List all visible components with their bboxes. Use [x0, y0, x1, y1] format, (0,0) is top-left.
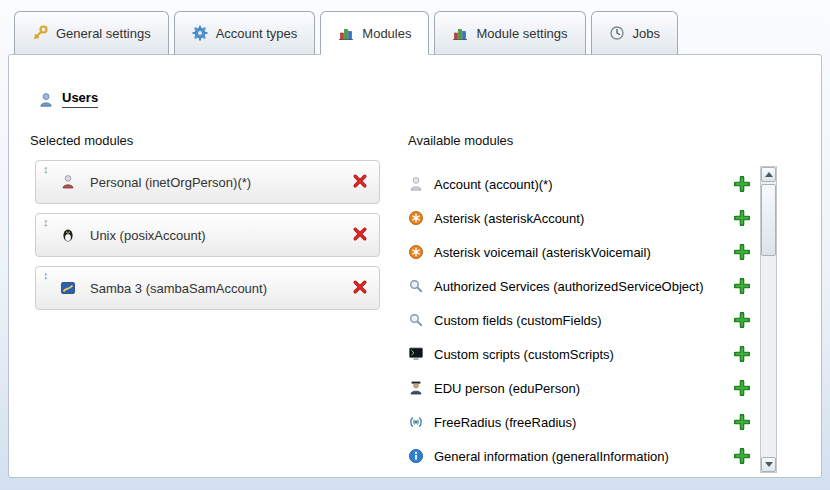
- selected-modules-list: ↕ Personal (inetOrgPerson)(*) ↕: [35, 160, 380, 319]
- tab-modules[interactable]: Modules: [320, 11, 429, 55]
- add-module-button[interactable]: [733, 244, 750, 261]
- available-module-label: Custom scripts (customScripts): [434, 347, 733, 362]
- add-module-button[interactable]: [733, 176, 750, 193]
- selected-module-row-personal[interactable]: ↕ Personal (inetOrgPerson)(*): [35, 160, 380, 204]
- add-module-button[interactable]: [733, 448, 750, 465]
- edu-person-icon: [408, 380, 424, 396]
- chevron-down-icon: [765, 462, 773, 467]
- asterisk-icon: [408, 210, 424, 226]
- available-module-row-edu-person: EDU person (eduPerson): [408, 371, 752, 405]
- available-module-label: Account (account)(*): [434, 177, 733, 192]
- gear-icon: [192, 25, 208, 41]
- scroll-up-button[interactable]: [761, 167, 776, 182]
- available-module-row-account: Account (account)(*): [408, 167, 752, 201]
- available-module-label: Asterisk (asteriskAccount): [434, 211, 733, 226]
- scroll-down-button[interactable]: [761, 457, 776, 472]
- selected-modules-title: Selected modules: [30, 133, 133, 148]
- available-module-row-general-information: General information (generalInformation): [408, 439, 752, 473]
- samba-icon: [60, 280, 76, 296]
- add-module-button[interactable]: [733, 278, 750, 295]
- available-modules-title: Available modules: [408, 133, 513, 148]
- available-module-row-custom-fields: Custom fields (customFields): [408, 303, 752, 337]
- drag-handle-icon[interactable]: ↕: [43, 164, 49, 175]
- available-modules-list: Account (account)(*) Asterisk (asteriskA…: [408, 167, 752, 473]
- available-module-label: Asterisk voicemail (asteriskVoicemail): [434, 245, 733, 260]
- selected-module-row-unix[interactable]: ↕ Unix (posixAccount): [35, 213, 380, 257]
- chevron-up-icon: [765, 172, 773, 177]
- terminal-icon: [408, 346, 424, 362]
- info-icon: [408, 448, 424, 464]
- add-module-button[interactable]: [733, 312, 750, 329]
- remove-module-button[interactable]: [351, 279, 369, 297]
- chart-icon: [338, 25, 354, 41]
- magnifier-icon: [408, 278, 424, 294]
- tab-general-settings[interactable]: General settings: [14, 11, 169, 55]
- tab-label: Modules: [362, 26, 411, 41]
- remove-module-button[interactable]: [351, 173, 369, 191]
- tab-jobs[interactable]: Jobs: [591, 11, 678, 55]
- tab-label: Jobs: [633, 26, 660, 41]
- section-header-users: Users: [38, 90, 98, 108]
- scrollbar-thumb[interactable]: [761, 184, 776, 256]
- selected-module-label: Unix (posixAccount): [90, 228, 351, 243]
- available-module-row-custom-scripts: Custom scripts (customScripts): [408, 337, 752, 371]
- page-title: Users: [62, 90, 98, 108]
- available-module-row-freeradius: FreeRadius (freeRadius): [408, 405, 752, 439]
- drag-handle-icon[interactable]: ↕: [43, 270, 49, 281]
- radio-waves-icon: [408, 414, 424, 430]
- penguin-icon: [60, 227, 76, 243]
- available-module-label: General information (generalInformation): [434, 449, 733, 464]
- tab-label: Module settings: [476, 26, 567, 41]
- magnifier-icon: [408, 312, 424, 328]
- available-module-row-authorized-services: Authorized Services (authorizedServiceOb…: [408, 269, 752, 303]
- selected-module-label: Samba 3 (sambaSamAccount): [90, 281, 351, 296]
- tab-label: Account types: [216, 26, 298, 41]
- available-module-label: Authorized Services (authorizedServiceOb…: [434, 279, 733, 294]
- person-icon: [60, 174, 76, 190]
- asterisk-icon: [408, 244, 424, 260]
- account-icon: [408, 176, 424, 192]
- scrollbar[interactable]: [760, 166, 777, 473]
- tab-label: General settings: [56, 26, 151, 41]
- add-module-button[interactable]: [733, 346, 750, 363]
- tab-bar: General settings Account types: [14, 11, 678, 55]
- tab-account-types[interactable]: Account types: [174, 11, 316, 55]
- add-module-button[interactable]: [733, 414, 750, 431]
- selected-module-label: Personal (inetOrgPerson)(*): [90, 175, 351, 190]
- chart-icon: [452, 25, 468, 41]
- available-module-row-asterisk-voicemail: Asterisk voicemail (asteriskVoicemail): [408, 235, 752, 269]
- available-module-label: FreeRadius (freeRadius): [434, 415, 733, 430]
- add-module-button[interactable]: [733, 380, 750, 397]
- clock-icon: [609, 25, 625, 41]
- remove-module-button[interactable]: [351, 226, 369, 244]
- users-icon: [38, 92, 54, 108]
- available-module-label: Custom fields (customFields): [434, 313, 733, 328]
- wrench-icon: [32, 25, 48, 41]
- available-module-row-asterisk: Asterisk (asteriskAccount): [408, 201, 752, 235]
- drag-handle-icon[interactable]: ↕: [43, 217, 49, 228]
- available-module-label: EDU person (eduPerson): [434, 381, 733, 396]
- selected-module-row-samba[interactable]: ↕ Samba 3 (sambaSamAccount): [35, 266, 380, 310]
- tab-module-settings[interactable]: Module settings: [434, 11, 585, 55]
- add-module-button[interactable]: [733, 210, 750, 227]
